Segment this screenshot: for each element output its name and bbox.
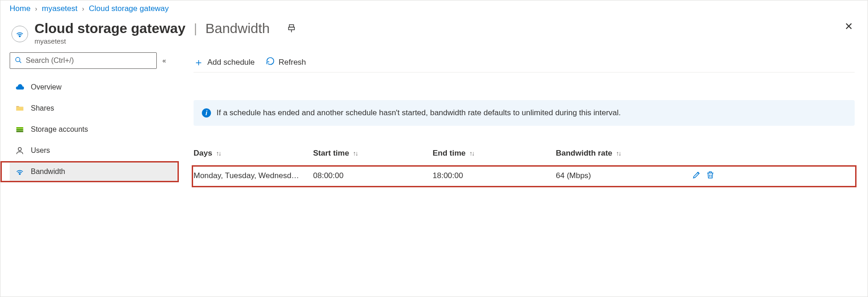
column-header-end-time[interactable]: End time↑↓ (433, 149, 556, 158)
refresh-icon (266, 56, 275, 68)
cell-days: Monday, Tuesday, Wednesd… (194, 171, 304, 180)
sidebar-item-overview[interactable]: Overview (10, 77, 177, 97)
sidebar: « Overview Shares (10, 52, 177, 186)
folder-icon (15, 104, 24, 113)
plus-icon: ＋ (194, 56, 204, 69)
svg-rect-2 (288, 27, 294, 30)
chevron-right-icon: › (35, 5, 37, 12)
sort-icon: ↑↓ (353, 150, 357, 157)
storage-icon (15, 125, 24, 134)
toolbar: ＋ Add schedule Refresh (194, 52, 855, 73)
chevron-right-icon: › (82, 5, 85, 12)
cell-bandwidth-rate: 64 (Mbps) (556, 171, 680, 180)
sidebar-item-label: Shares (31, 104, 54, 112)
svg-point-3 (16, 57, 20, 62)
svg-rect-1 (289, 25, 293, 28)
close-button[interactable]: ✕ (845, 21, 853, 33)
svg-point-8 (19, 174, 21, 175)
breadcrumb-home[interactable]: Home (10, 4, 30, 13)
search-input-container[interactable] (10, 52, 157, 69)
sidebar-item-label: Overview (31, 83, 62, 91)
page-title: Cloud storage gateway (34, 21, 185, 36)
column-header-days[interactable]: Days↑↓ (194, 149, 313, 158)
cell-end-time: 18:00:00 (433, 171, 556, 180)
sidebar-item-label: Bandwidth (31, 168, 65, 176)
svg-rect-6 (17, 131, 23, 132)
add-schedule-button[interactable]: ＋ Add schedule (194, 56, 255, 69)
sidebar-item-bandwidth[interactable]: Bandwidth (10, 162, 177, 182)
delete-button[interactable] (706, 170, 715, 182)
sidebar-item-label: Storage accounts (31, 125, 88, 134)
page-section: Bandwidth (206, 21, 270, 36)
sort-icon: ↑↓ (616, 150, 621, 157)
search-input[interactable] (26, 56, 152, 65)
sidebar-item-storage-accounts[interactable]: Storage accounts (10, 119, 177, 140)
sort-icon: ↑↓ (469, 150, 474, 157)
pin-icon[interactable] (286, 23, 297, 34)
resource-name: myasetest (34, 37, 297, 45)
search-icon (15, 56, 22, 65)
breadcrumb-service[interactable]: Cloud storage gateway (89, 4, 169, 13)
highlight-annotation (0, 161, 179, 182)
wifi-icon (11, 26, 28, 42)
add-schedule-label: Add schedule (207, 58, 255, 67)
svg-point-7 (18, 147, 22, 151)
cloud-icon (15, 83, 24, 92)
info-banner-text: If a schedule has ended and another sche… (217, 108, 621, 118)
sidebar-item-shares[interactable]: Shares (10, 98, 177, 118)
collapse-sidebar-button[interactable]: « (162, 57, 166, 64)
title-divider: | (194, 21, 197, 36)
edit-button[interactable] (692, 170, 701, 182)
sort-icon: ↑↓ (216, 150, 221, 157)
info-banner: i If a schedule has ended and another sc… (194, 100, 855, 126)
sidebar-item-label: Users (31, 146, 50, 155)
column-header-bandwidth-rate[interactable]: Bandwidth rate↑↓ (556, 149, 680, 158)
cell-start-time: 08:00:00 (313, 171, 433, 180)
refresh-button[interactable]: Refresh (266, 56, 306, 68)
main-content: ＋ Add schedule Refresh i If a schedule h… (177, 52, 868, 186)
wifi-icon (15, 167, 24, 176)
svg-rect-5 (17, 129, 23, 130)
refresh-label: Refresh (279, 58, 306, 67)
schedule-table: Days↑↓ Start time↑↓ End time↑↓ Bandwidth… (194, 144, 855, 186)
svg-point-0 (19, 35, 21, 37)
svg-rect-4 (17, 127, 23, 129)
breadcrumb-resource[interactable]: myasetest (42, 4, 77, 13)
user-icon (15, 146, 24, 155)
column-header-start-time[interactable]: Start time↑↓ (313, 149, 433, 158)
breadcrumb: Home › myasetest › Cloud storage gateway (0, 0, 868, 15)
info-icon: i (202, 108, 211, 118)
table-row[interactable]: Monday, Tuesday, Wednesd… 08:00:00 18:00… (194, 165, 855, 186)
sidebar-item-users[interactable]: Users (10, 140, 177, 161)
